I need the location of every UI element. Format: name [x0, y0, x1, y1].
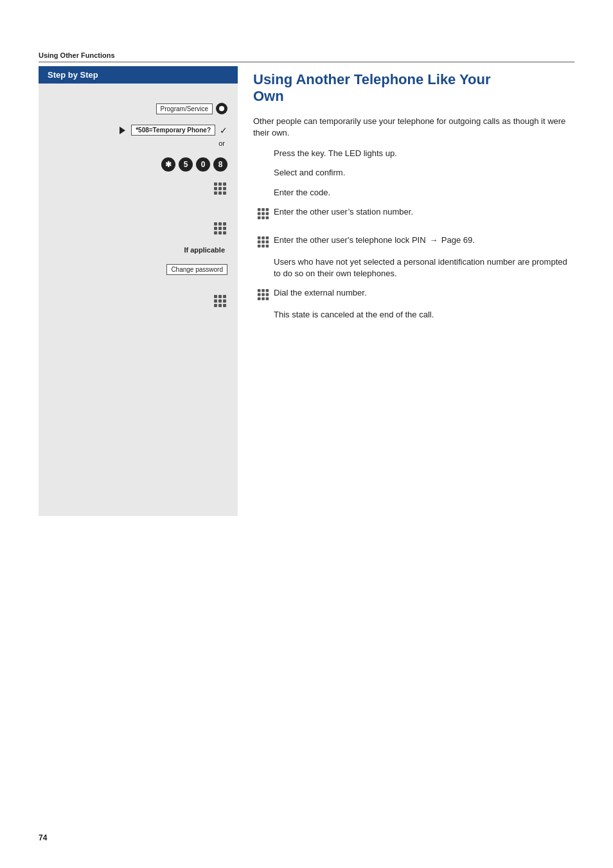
svg-rect-50	[262, 293, 265, 296]
svg-rect-49	[258, 293, 261, 296]
svg-rect-54	[266, 297, 269, 301]
svg-rect-32	[262, 212, 265, 215]
svg-rect-2	[218, 182, 222, 186]
svg-rect-23	[218, 299, 222, 303]
svg-rect-37	[258, 236, 261, 240]
change-password-row: Change password	[54, 264, 227, 275]
step-text-select-confirm: Select and confirm.	[274, 167, 574, 179]
svg-rect-24	[223, 299, 226, 303]
page: Using Other Functions Step by Step Progr…	[0, 0, 613, 868]
spacer-1	[54, 206, 227, 211]
arrow-right-icon: →	[429, 235, 438, 246]
step-icon-area-5	[253, 235, 274, 249]
svg-rect-17	[218, 231, 222, 235]
step-icon-area-4	[253, 206, 274, 220]
temporary-phone-key[interactable]: *508=Temporary Phone?	[131, 125, 215, 136]
step-press-key: Press the key. The LED lights up.	[253, 148, 574, 159]
svg-rect-14	[218, 227, 222, 230]
svg-rect-10	[214, 222, 217, 226]
svg-rect-1	[214, 182, 217, 186]
svg-rect-39	[266, 236, 269, 240]
svg-rect-34	[258, 216, 261, 219]
step-change-password-desc: Users who have not yet selected a person…	[253, 256, 574, 279]
svg-rect-35	[262, 216, 265, 219]
step-enter-station: Enter the other user’s station number.	[253, 206, 574, 220]
svg-rect-45	[266, 244, 269, 247]
checkmark-icon: ✓	[220, 125, 227, 136]
keypad-icon-3	[213, 294, 227, 308]
step-enter-code: Enter the code.	[253, 187, 574, 199]
code-5-icon: 5	[179, 157, 193, 172]
step-text-dial-external: Dial the external number.	[274, 287, 574, 299]
svg-rect-38	[262, 236, 265, 240]
step-select-confirm: Select and confirm.	[253, 167, 574, 179]
svg-rect-3	[223, 182, 226, 186]
svg-rect-13	[214, 227, 217, 230]
svg-point-0	[219, 106, 224, 111]
svg-rect-52	[258, 297, 261, 301]
svg-rect-27	[223, 304, 226, 307]
step-text-enter-code: Enter the code.	[274, 187, 574, 199]
svg-rect-12	[223, 222, 226, 226]
svg-rect-7	[214, 191, 217, 195]
svg-rect-41	[262, 240, 265, 244]
or-label: or	[54, 139, 225, 147]
step-text-enter-pin: Enter the other user's telephone lock PI…	[274, 235, 574, 246]
svg-rect-40	[258, 240, 261, 244]
keypad-row-1	[54, 182, 227, 196]
svg-rect-43	[258, 244, 261, 247]
step-icon-area-3	[253, 187, 274, 188]
arrow-triangle-icon	[120, 127, 125, 134]
keypad-icon-right-2	[257, 236, 270, 249]
svg-rect-53	[262, 297, 265, 301]
step-state-canceled: This state is canceled at the end of the…	[253, 309, 574, 321]
svg-rect-31	[258, 212, 261, 215]
step-by-step-header: Step by Step	[39, 66, 238, 84]
svg-rect-48	[266, 289, 269, 292]
keypad-icon-right-1	[257, 208, 270, 220]
right-panel: Using Another Telephone Like Your Own Ot…	[238, 66, 574, 516]
svg-rect-44	[262, 244, 265, 247]
intro-text: Other people can temporarily use your te…	[253, 116, 574, 139]
step-icon-area-6	[253, 256, 274, 258]
step-text-change-password: Users who have not yet selected a person…	[274, 256, 574, 279]
svg-rect-29	[262, 208, 265, 211]
main-title: Using Another Telephone Like Your Own	[253, 71, 574, 105]
step-text-state-canceled: This state is canceled at the end of the…	[274, 309, 574, 321]
svg-rect-19	[214, 295, 217, 298]
svg-rect-30	[266, 208, 269, 211]
temporary-phone-row: *508=Temporary Phone? ✓	[54, 125, 227, 136]
change-password-key[interactable]: Change password	[166, 264, 227, 275]
step-enter-pin: Enter the other user's telephone lock PI…	[253, 235, 574, 249]
svg-rect-8	[218, 191, 222, 195]
keypad-row-3	[54, 294, 227, 308]
svg-rect-36	[266, 216, 269, 219]
svg-rect-33	[266, 212, 269, 215]
svg-rect-9	[223, 191, 226, 195]
program-service-key[interactable]: Program/Service	[156, 103, 213, 114]
svg-rect-15	[223, 227, 226, 230]
svg-rect-46	[258, 289, 261, 292]
step-icon-area-1	[253, 148, 274, 149]
step-text-press-key: Press the key. The LED lights up.	[274, 148, 574, 159]
keypad-icon-1	[213, 182, 227, 196]
svg-rect-18	[223, 231, 226, 235]
svg-rect-28	[258, 208, 261, 211]
svg-rect-11	[218, 222, 222, 226]
code-row: ✱ 5 0 8	[54, 157, 227, 172]
svg-rect-25	[214, 304, 217, 307]
svg-rect-42	[266, 240, 269, 244]
svg-rect-26	[218, 304, 222, 307]
content-area: Step by Step Program/Service *508=Tempor…	[39, 66, 574, 516]
spacer-right-1	[253, 228, 574, 235]
svg-rect-16	[214, 231, 217, 235]
code-star-icon: ✱	[161, 157, 175, 172]
step-icon-area-7	[253, 287, 274, 301]
keypad-icon-right-3	[257, 288, 270, 301]
step-icon-area-2	[253, 167, 274, 168]
svg-rect-22	[214, 299, 217, 303]
svg-rect-47	[262, 289, 265, 292]
keypad-row-2	[54, 222, 227, 236]
svg-rect-4	[214, 187, 217, 190]
svg-rect-6	[223, 187, 226, 190]
